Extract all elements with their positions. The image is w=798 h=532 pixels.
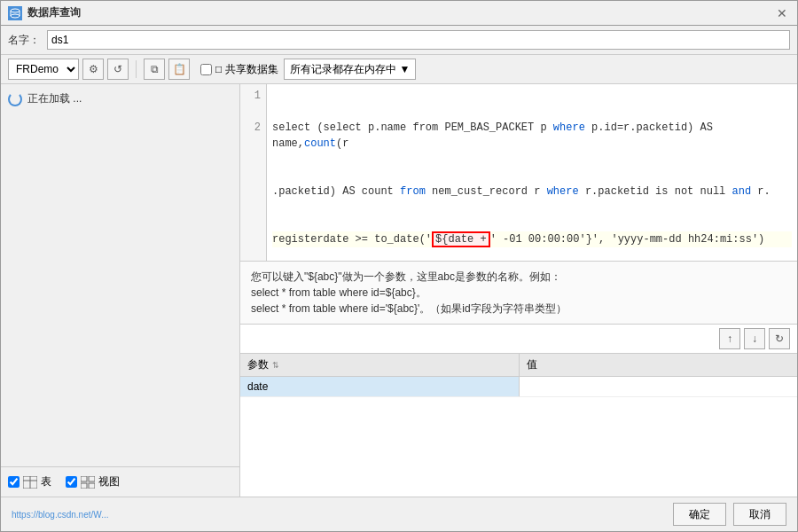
view-checkbox[interactable] (66, 476, 77, 488)
param-row-1: date (240, 377, 797, 397)
view-label: 视图 (98, 474, 120, 489)
dialog-footer: https://blog.csdn.net/W... 确定 取消 (1, 497, 797, 531)
ok-button[interactable]: 确定 (673, 503, 726, 526)
records-dropdown[interactable]: 所有记录都存在内存中 ▼ (284, 59, 417, 80)
line-num-2: 2 (246, 120, 261, 136)
toolbar-row: FRDemo ⚙ ↺ ⧉ 📋 □ 共享数据集 所有记录都存在内存中 ▼ (1, 55, 797, 84)
hint-section: 您可以键入"${abc}"做为一个参数，这里abc是参数的名称。例如： sele… (240, 262, 797, 325)
sql-editor[interactable]: 1 2 select (select p.name from PEM_BAS_P… (240, 84, 797, 262)
svg-rect-9 (81, 483, 87, 489)
sql-line-1: select (select p.name from PEM_BAS_PACKE… (272, 120, 792, 152)
left-panel: 正在加载 ... 表 (1, 84, 240, 497)
sql-line-2: .packetid) AS count from nem_cust_record… (272, 184, 792, 200)
toolbar-right: □ 共享数据集 所有记录都存在内存中 ▼ (200, 59, 416, 80)
left-panel-content: 正在加载 ... (1, 84, 239, 466)
svg-rect-7 (81, 476, 87, 481)
hint-line-1: 您可以键入"${abc}"做为一个参数，这里abc是参数的名称。例如： (251, 269, 786, 285)
database-select[interactable]: FRDemo (8, 59, 79, 80)
name-row: 名字： (1, 26, 797, 55)
param-down-button[interactable]: ↓ (744, 328, 765, 349)
refresh-button[interactable]: ↺ (107, 59, 129, 80)
title-bar-left: 数据库查询 (8, 5, 81, 20)
col-param-label: 参数 (247, 357, 269, 372)
svg-rect-10 (89, 483, 95, 489)
loading-indicator: 正在加载 ... (8, 91, 232, 106)
title-bar: 数据库查询 ✕ (1, 1, 797, 26)
loading-spinner-icon (8, 92, 22, 106)
copy-button[interactable]: ⧉ (144, 59, 165, 80)
svg-point-3 (11, 14, 20, 18)
param-refresh-button[interactable]: ↻ (769, 328, 790, 349)
svg-rect-8 (89, 476, 95, 481)
name-label: 名字： (8, 33, 40, 48)
toolbar-separator (136, 60, 137, 78)
database-icon (8, 6, 22, 20)
hint-line-2: select * from table where id=${abc}。 (251, 285, 786, 301)
share-dataset-group: □ 共享数据集 (200, 62, 278, 77)
col-value-label: 值 (527, 358, 537, 371)
sql-content[interactable]: select (select p.name from PEM_BAS_PACKE… (267, 84, 797, 261)
sort-icon: ⇅ (272, 361, 279, 370)
params-header: 参数 ⇅ 值 (240, 354, 797, 377)
table-checkbox[interactable] (8, 476, 20, 488)
view-checkbox-group[interactable]: 视图 (66, 474, 120, 489)
dialog-title: 数据库查询 (27, 5, 81, 20)
close-button[interactable]: ✕ (774, 5, 790, 21)
loading-text: 正在加载 ... (27, 91, 82, 106)
line-num-1: 1 (246, 88, 261, 104)
paste-button[interactable]: 📋 (168, 59, 190, 80)
left-panel-footer: 表 视图 (1, 466, 239, 497)
params-toolbar: ↑ ↓ ↻ (240, 325, 797, 353)
param-up-button[interactable]: ↑ (719, 328, 740, 349)
right-panel: 1 2 select (select p.name from PEM_BAS_P… (240, 84, 797, 497)
view-icon (81, 476, 95, 489)
cancel-button[interactable]: 取消 (733, 503, 786, 526)
params-table: 参数 ⇅ 值 date (240, 353, 797, 497)
param-name-date: date (247, 380, 268, 393)
table-checkbox-group[interactable]: 表 (8, 474, 51, 489)
params-section: ↑ ↓ ↻ 参数 ⇅ 值 (240, 325, 797, 497)
col-param-header: 参数 ⇅ (240, 354, 520, 376)
param-value-date[interactable] (520, 377, 798, 396)
table-icon (23, 476, 37, 489)
sql-line-3: registerdate >= to_date('${date +' -01 0… (272, 231, 792, 247)
table-label: 表 (41, 474, 51, 489)
param-cell-date: date (240, 377, 520, 396)
records-label: 所有记录都存在内存中 (290, 62, 396, 77)
footer-url: https://blog.csdn.net/W... (12, 510, 109, 520)
dropdown-arrow-icon: ▼ (400, 63, 411, 75)
main-content: 正在加载 ... 表 (1, 84, 797, 497)
name-input[interactable] (47, 30, 790, 50)
date-param-1: ${date + (432, 231, 490, 247)
dialog-window: 数据库查询 ✕ 名字： FRDemo ⚙ ↺ ⧉ 📋 □ 共享数据集 所有记录都… (0, 0, 798, 532)
footer-buttons: 确定 取消 (673, 503, 786, 526)
hint-line-3: select * from table where id='${abc}'。（如… (251, 301, 786, 317)
line-numbers: 1 2 (240, 84, 267, 261)
share-dataset-checkbox[interactable] (200, 64, 212, 75)
share-dataset-label: □ 共享数据集 (215, 62, 278, 77)
svg-point-0 (11, 9, 20, 12)
col-value-header: 值 (520, 354, 798, 376)
settings-button[interactable]: ⚙ (82, 59, 104, 80)
